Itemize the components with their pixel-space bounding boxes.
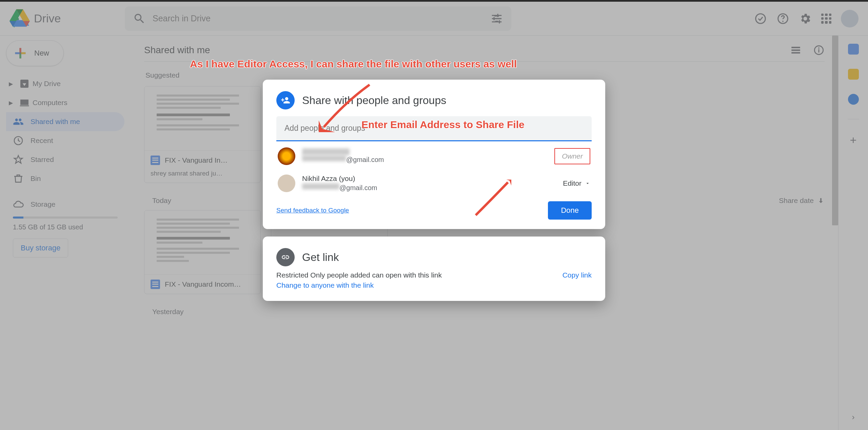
add-people-input[interactable] <box>276 116 592 141</box>
user-avatar <box>278 175 295 192</box>
copy-link-button[interactable]: Copy link <box>563 271 592 279</box>
redacted-email: hidden <box>302 155 346 161</box>
person-editor-row: Nikhil Azza (you) hidden@gmail.com Edito… <box>276 168 592 195</box>
get-link-title: Get link <box>302 251 339 264</box>
chevron-down-icon <box>585 181 590 186</box>
redacted-name: hidden <box>302 148 350 155</box>
redacted-email: hidden <box>302 183 339 189</box>
restriction-text: Restricted Only people added can open wi… <box>276 271 442 279</box>
send-feedback-link[interactable]: Send feedback to Google <box>276 207 349 214</box>
modal-overlay: Share with people and groups hidden hidd… <box>0 2 868 430</box>
change-access-link[interactable]: Change to anyone with the link <box>276 281 374 289</box>
get-link-dialog: Get link Restricted Only people added ca… <box>263 237 605 301</box>
link-badge-icon <box>276 248 295 266</box>
share-dialog-title: Share with people and groups <box>302 94 446 107</box>
person-owner-row: hidden hidden@gmail.com Owner <box>276 141 592 168</box>
role-editor-dropdown[interactable]: Editor <box>563 179 590 187</box>
share-dialog: Share with people and groups hidden hidd… <box>263 80 605 229</box>
role-owner-label: Owner <box>554 148 590 164</box>
user-avatar <box>278 147 295 165</box>
done-button[interactable]: Done <box>548 201 592 220</box>
share-badge-icon <box>276 91 295 109</box>
